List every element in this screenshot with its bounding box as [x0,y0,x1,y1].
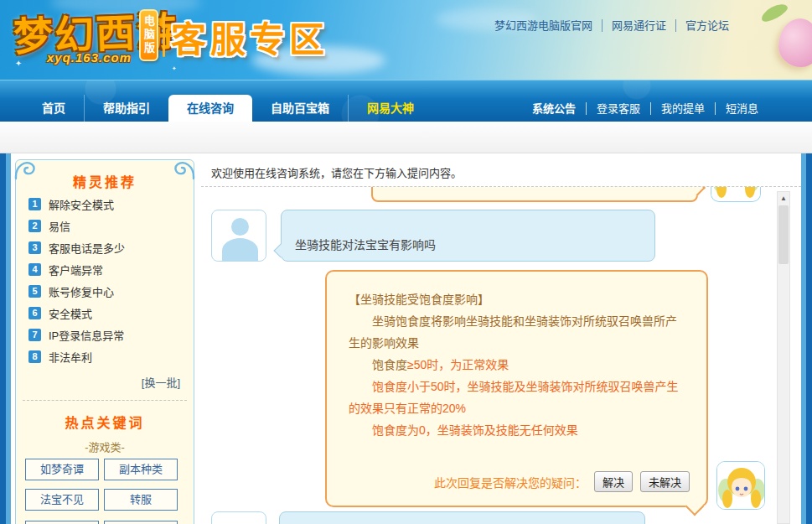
scrollbar-thumb[interactable] [778,205,789,264]
sidebar-item-unlock-safe-mode[interactable]: 1 解除安全模式 [28,196,114,212]
page-title: 客服专区 [171,11,328,62]
tab-self-service[interactable]: 自助百宝箱 [252,95,348,122]
left-border-inner [6,153,11,524]
page-body: 精灵推荐 1 解除安全模式 2 易信 3 客服电话是多少 4 客户端异常 5 账… [0,153,812,524]
question-text: 坐骑技能对法宝宝有影响吗 [295,236,436,252]
scroll-up-button[interactable]: ▲ [778,192,789,205]
user-silhouette-icon [222,238,258,262]
reply-line: 坐骑饱食度将影响坐骑技能和坐骑装饰对所统驭召唤兽所产生的影响效果 [349,310,685,354]
feedback-row: 此次回复是否解决您的疑问： 解决 未解决 [434,471,690,492]
rank-badge: 3 [28,241,41,254]
keyword-button-rumengqitan[interactable]: 如梦奇谭 [25,459,99,480]
sidebar-item-illegal-profit[interactable]: 8 非法牟利 [28,349,92,365]
hot-keywords-title: 热点关键词 [16,412,194,432]
tab-home[interactable]: 首页 [23,95,84,122]
reply-line-highlight: 饱食度小于50时，坐骑技能及坐骑装饰对所统驭召唤兽产生的效果只有正常的20% [349,376,685,419]
refresh-batch-link[interactable]: [换一批] [142,374,180,390]
sidebar: 精灵推荐 1 解除安全模式 2 易信 3 客服电话是多少 4 客户端异常 5 账… [15,159,194,524]
sidebar-item-yixin[interactable]: 2 易信 [28,218,70,234]
rank-badge: 7 [28,329,41,341]
reply-box: 【坐骑技能受饱食度影响】 坐骑饱食度将影响坐骑技能和坐骑装饰对所统驭召唤兽所产生… [325,270,708,507]
logo-site-url: xyq.163.com [47,50,132,65]
link-short-messages[interactable]: 短消息 [716,102,768,115]
sparkle-icon: ✦ [172,65,177,72]
rank-badge: 4 [28,263,41,276]
user-silhouette-icon [231,218,249,236]
service-avatar [716,461,765,510]
nav-tabs: 首页 帮助指引 在线咨询 自助百宝箱 网易大神 [23,95,432,122]
header-banner: ✦ ✦ 梦幻西游 xyq.163.com 电脑版 客服专区 梦幻西游电脑版官网网… [0,0,812,80]
keyword-button-dungeon-types[interactable]: 副本种类 [104,459,178,480]
tab-help-guide[interactable]: 帮助指引 [84,95,168,122]
fairy-avatar-image [717,462,765,510]
sidebar-item-ip-login-error[interactable]: 7 IP登录信息异常 [28,327,124,343]
toolbar-strip [0,122,812,153]
keyword-button-server-transfer[interactable]: 转服 [104,489,178,511]
reply-line-highlight: 饱食度为0，坐骑装饰及技能无任何效果 [349,419,685,441]
section-divider [23,400,187,401]
peach-decoration [778,18,812,67]
welcome-text: 欢迎使用在线咨询系统，请您在下方输入提问内容。 [211,164,462,180]
link-my-tickets[interactable]: 我的提单 [651,102,716,115]
service-avatar-remnant [711,187,761,202]
reply-title: 【坐骑技能受饱食度影响】 [349,288,685,310]
category-label: -游戏类- [16,438,194,454]
sidebar-item-account-repair[interactable]: 5 账号修复中心 [28,283,114,299]
previous-reply-remnant [371,187,698,202]
link-system-announcement[interactable]: 系统公告 [522,102,587,115]
main-nav: 首页 帮助指引 在线咨询 自助百宝箱 网易大神 系统公告登录客服我的提单短消息 [0,80,812,122]
bubble-tail [274,244,288,258]
question-bubble: 坐骑技能对法宝宝有影响吗 [281,210,655,262]
sidebar-item-client-error[interactable]: 4 客户端异常 [28,262,103,278]
rank-badge: 2 [28,220,41,232]
link-netease-pass[interactable]: 网易通行证 [603,19,676,32]
tab-netease-dashen[interactable]: 网易大神 [348,95,432,122]
right-border [806,153,812,524]
pc-version-badge: 电脑版 [139,9,158,61]
link-login-service[interactable]: 登录客服 [587,102,651,115]
keyword-button-fabao-missing[interactable]: 法宝不见 [25,489,99,511]
bubble-tail [685,497,705,516]
rank-badge: 1 [28,198,41,210]
link-official-forum[interactable]: 官方论坛 [676,19,738,32]
sidebar-item-service-phone[interactable]: 3 客服电话是多少 [28,240,125,256]
resolved-button[interactable]: 解决 [594,471,633,492]
reply-line: 饱食度≥50时，为正常效果 [349,354,685,376]
left-border [0,153,6,524]
sidebar-item-safe-mode[interactable]: 6 安全模式 [28,305,92,321]
rank-badge: 8 [28,350,41,363]
header-links: 梦幻西游电脑版官网网易通行证官方论坛 [485,17,738,33]
question-bubble-partial [279,511,645,524]
chat-scrollbar[interactable]: ▲ [777,191,790,524]
leaf-decoration [759,1,790,24]
unresolved-button[interactable]: 未解决 [640,471,690,492]
bubble-tail [689,187,706,196]
logo-divider [163,13,165,57]
user-avatar [211,210,266,262]
link-official-site[interactable]: 梦幻西游电脑版官网 [485,19,603,32]
customer-service-page: ✦ ✦ 梦幻西游 xyq.163.com 电脑版 客服专区 梦幻西游电脑版官网网… [0,0,812,524]
feedback-label: 此次回复是否解决您的疑问： [434,474,587,490]
tab-online-consult[interactable]: 在线咨询 [168,95,252,122]
rank-badge: 6 [28,307,41,319]
recommend-title: 精灵推荐 [16,171,194,191]
keyword-button-clipped[interactable] [25,521,99,524]
keyword-button-clipped[interactable] [104,521,178,524]
user-avatar-partial [211,511,266,524]
chat-viewport: 坐骑技能对法宝宝有影响吗 【坐骑技能受饱食度影响】 坐骑饱食度将影响坐骑技能和坐… [201,187,801,524]
fairy-avatar-image [711,187,760,200]
rank-badge: 5 [28,285,41,298]
nav-right-links: 系统公告登录客服我的提单短消息 [522,95,768,122]
